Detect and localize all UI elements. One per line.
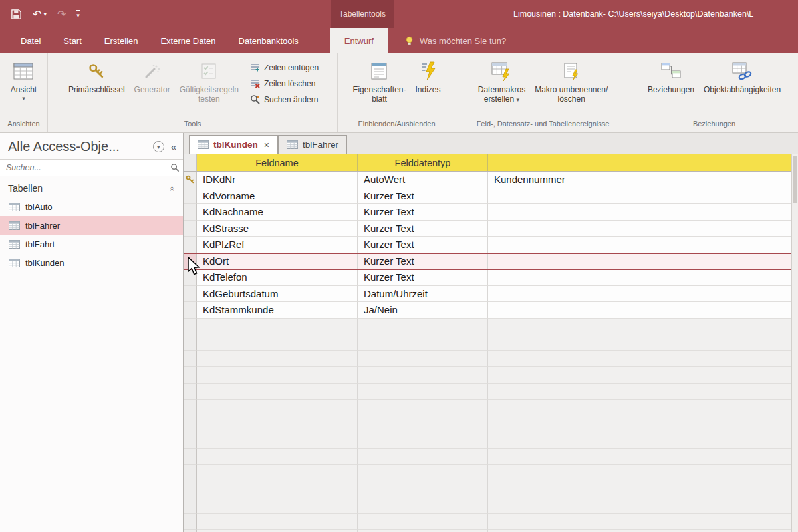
ribbon-tab-start[interactable]: Start <box>52 28 92 53</box>
undo-button[interactable]: ↶▾ <box>33 8 47 21</box>
empty-field-row[interactable] <box>184 514 791 531</box>
close-tab-icon[interactable]: × <box>264 140 269 150</box>
field-type-cell[interactable] <box>358 384 488 400</box>
field-description-cell[interactable] <box>488 302 791 319</box>
field-description-cell[interactable] <box>488 253 791 270</box>
field-name-cell[interactable] <box>197 416 358 433</box>
ribbon-tab-datenbanktools[interactable]: Datenbanktools <box>227 28 310 53</box>
primary-key-button[interactable]: Primärschlüssel <box>64 57 130 96</box>
field-type-cell[interactable] <box>358 497 488 514</box>
field-row-KdStammkunde[interactable]: KdStammkundeJa/Nein <box>184 302 791 319</box>
field-name-cell[interactable] <box>197 514 358 531</box>
vertical-scrollbar[interactable] <box>791 154 798 532</box>
field-type-cell[interactable] <box>358 367 488 384</box>
field-description-cell[interactable] <box>488 334 791 351</box>
field-description-cell[interactable] <box>488 514 791 531</box>
customize-qat-button[interactable]: ▾ <box>76 10 80 19</box>
field-description-cell[interactable] <box>488 400 791 416</box>
insert-rows-button[interactable]: Zeilen einfügen <box>250 63 319 72</box>
builder-button[interactable]: Generator <box>130 57 175 96</box>
field-type-cell[interactable]: Kurzer Text <box>358 221 488 237</box>
field-name-cell[interactable]: KdPlzRef <box>197 237 358 253</box>
search-input[interactable] <box>0 163 166 172</box>
field-name-cell[interactable]: KdVorname <box>197 188 358 205</box>
field-description-cell[interactable] <box>488 204 791 221</box>
empty-field-row[interactable] <box>184 416 791 433</box>
row-selector[interactable] <box>184 351 197 368</box>
nav-item-tblAuto[interactable]: tblAuto <box>0 198 183 216</box>
row-selector[interactable] <box>184 384 197 400</box>
row-selector[interactable] <box>184 269 197 286</box>
field-type-cell[interactable]: Kurzer Text <box>358 269 488 286</box>
field-name-cell[interactable]: KdOrt <box>197 253 358 270</box>
field-name-cell[interactable] <box>197 465 358 481</box>
field-name-cell[interactable] <box>197 334 358 351</box>
field-type-cell[interactable] <box>358 449 488 466</box>
field-type-cell[interactable] <box>358 334 488 351</box>
empty-field-row[interactable] <box>184 497 791 514</box>
field-type-cell[interactable]: AutoWert <box>358 172 488 188</box>
empty-field-row[interactable] <box>184 351 791 368</box>
row-selector[interactable] <box>184 514 197 531</box>
row-selector[interactable] <box>184 367 197 384</box>
ribbon-tab-erstellen[interactable]: Erstellen <box>93 28 150 53</box>
ribbon-tab-entwurf[interactable]: Entwurf <box>330 28 388 53</box>
scrollbar-thumb[interactable] <box>793 156 797 203</box>
field-name-cell[interactable] <box>197 449 358 466</box>
field-name-cell[interactable] <box>197 481 358 498</box>
create-data-macros-button[interactable]: Datenmakros erstellen ▾ <box>473 57 530 106</box>
tell-me-box[interactable]: Was möchten Sie tun? <box>388 28 506 53</box>
empty-field-row[interactable] <box>184 481 791 498</box>
field-type-cell[interactable] <box>358 465 488 481</box>
row-selector[interactable] <box>184 188 197 205</box>
delete-rows-button[interactable]: Zeilen löschen <box>250 78 315 88</box>
empty-field-row[interactable] <box>184 384 791 400</box>
empty-field-row[interactable] <box>184 465 791 481</box>
field-type-cell[interactable] <box>358 351 488 368</box>
doc-tab-tblKunden[interactable]: tblKunden× <box>189 135 278 154</box>
view-button[interactable]: Ansicht ▾ <box>6 57 41 104</box>
field-row-KdOrt[interactable]: KdOrtKurzer Text <box>184 253 791 270</box>
row-selector[interactable] <box>184 416 197 433</box>
nav-item-tblFahrer[interactable]: tblFahrer <box>0 216 183 235</box>
field-description-cell[interactable] <box>488 465 791 481</box>
row-selector[interactable] <box>184 204 197 221</box>
field-type-cell[interactable]: Kurzer Text <box>358 237 488 253</box>
row-selector[interactable] <box>184 253 197 270</box>
empty-field-row[interactable] <box>184 449 791 466</box>
field-name-cell[interactable] <box>197 351 358 368</box>
field-description-cell[interactable] <box>488 367 791 384</box>
field-row-KdPlzRef[interactable]: KdPlzRefKurzer Text <box>184 237 791 253</box>
field-name-cell[interactable] <box>197 497 358 514</box>
field-name-cell[interactable]: IDKdNr <box>197 172 358 188</box>
empty-field-row[interactable] <box>184 334 791 351</box>
test-validation-rules-button[interactable]: Gültigkeitsregeln testen <box>175 57 243 106</box>
row-selector[interactable] <box>184 432 197 449</box>
redo-button[interactable]: ↷ <box>57 8 66 21</box>
field-description-cell[interactable] <box>488 416 791 433</box>
field-row-KdTelefon[interactable]: KdTelefonKurzer Text <box>184 269 791 286</box>
field-type-cell[interactable] <box>358 514 488 531</box>
row-selector[interactable] <box>184 221 197 237</box>
field-name-cell[interactable]: KdStrasse <box>197 221 358 237</box>
field-row-KdVorname[interactable]: KdVornameKurzer Text <box>184 188 791 205</box>
row-selector[interactable] <box>184 449 197 466</box>
field-description-cell[interactable] <box>488 432 791 449</box>
rename-delete-macro-button[interactable]: Makro umbenennen/ löschen <box>530 57 612 106</box>
row-selector[interactable] <box>184 237 197 253</box>
empty-field-row[interactable] <box>184 400 791 416</box>
ribbon-tab-externe-daten[interactable]: Externe Daten <box>149 28 227 53</box>
field-description-cell[interactable] <box>488 449 791 466</box>
field-type-cell[interactable]: Kurzer Text <box>358 253 488 270</box>
row-selector[interactable] <box>184 286 197 303</box>
doc-tab-tblFahrer[interactable]: tblFahrer <box>278 135 347 154</box>
field-type-cell[interactable] <box>358 432 488 449</box>
row-selector[interactable] <box>184 481 197 498</box>
field-type-cell[interactable]: Kurzer Text <box>358 204 488 221</box>
row-selector[interactable] <box>184 319 197 335</box>
field-name-cell[interactable]: KdTelefon <box>197 269 358 286</box>
property-sheet-button[interactable]: Eigenschaften- blatt <box>348 57 410 106</box>
field-type-cell[interactable] <box>358 416 488 433</box>
field-type-cell[interactable] <box>358 481 488 498</box>
field-type-cell[interactable]: Ja/Nein <box>358 302 488 319</box>
